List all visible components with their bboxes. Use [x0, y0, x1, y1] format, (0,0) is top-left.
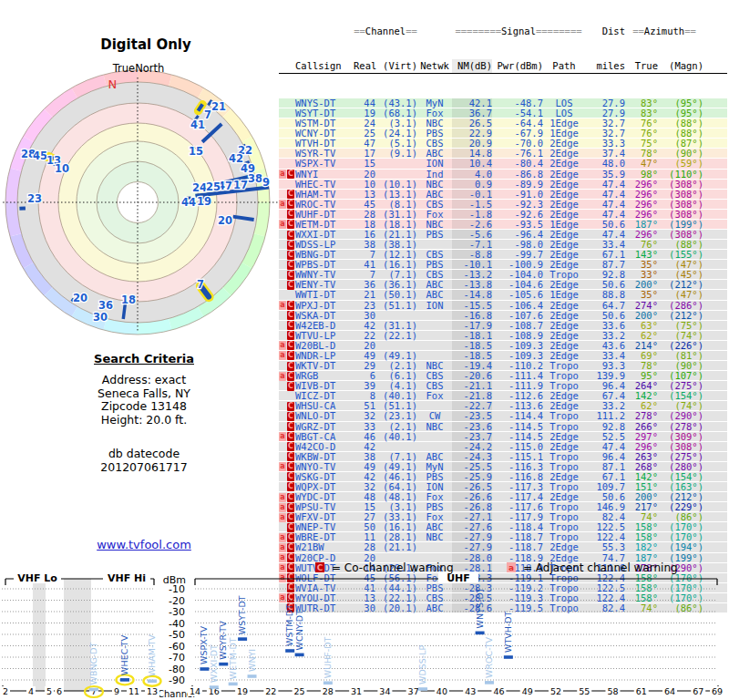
network-cell: CBS [417, 381, 452, 390]
path-cell: Tropo [543, 371, 585, 380]
network-cell [417, 311, 452, 320]
radar-channel-label: 21 [211, 100, 226, 113]
magnetic-azimuth-cell: (74°) [658, 401, 703, 410]
true-azimuth-cell: 268° [625, 462, 658, 471]
real-channel-cell: 17 [354, 149, 375, 158]
cochannel-warning-cell: C [286, 200, 295, 209]
magnetic-azimuth-cell: (75°) [658, 321, 703, 330]
network-cell: NBC [417, 422, 452, 431]
distance-cell: 47.4 [585, 210, 625, 219]
noise-margin-cell: -13.2 [452, 270, 492, 279]
path-cell: 2Edge [543, 331, 585, 340]
cochannel-warning-cell: C [286, 452, 295, 461]
true-azimuth-cell: 76° [625, 240, 658, 249]
true-azimuth-cell: 83° [625, 108, 658, 118]
noise-margin-cell: -23.6 [452, 422, 492, 431]
magnetic-azimuth-cell: (95°) [658, 98, 703, 108]
cochannel-warning-badge: C [287, 472, 294, 481]
radar-channel-label: 20 [73, 292, 87, 304]
callsign-cell: WROC-TV [295, 200, 354, 209]
real-channel-cell: 42 [354, 472, 375, 481]
true-azimuth-cell: 74° [625, 512, 658, 521]
magnetic-azimuth-cell: (308°) [658, 180, 703, 189]
adjacent-warning-badge: a [279, 462, 286, 471]
signal-bar-label: WROC-TV [484, 636, 494, 677]
virtual-channel-cell: (10.1) [375, 180, 417, 189]
search-zipcode: Zipcode 13148 [35, 400, 253, 414]
channel-tick-label: 13 [147, 686, 158, 696]
real-channel-cell: 36 [354, 280, 375, 289]
path-cell: Tropo [543, 522, 585, 531]
network-cell: ABC [417, 522, 452, 531]
adjacent-warning-badge: a [279, 533, 286, 542]
path-cell: 2Edge [543, 401, 585, 410]
cochannel-warning-badge: C [287, 452, 294, 461]
real-channel-cell: 15 [354, 159, 375, 168]
power-cell: -118.7 [492, 532, 543, 541]
tvfool-link[interactable]: www.tvfool.com [97, 538, 191, 551]
dbm-tick-label: -50 [169, 629, 185, 641]
real-channel-cell: 13 [354, 190, 375, 199]
channel-tick-label: 46 [493, 686, 504, 696]
cochannel-warning-cell [286, 290, 295, 299]
power-cell: -104.6 [492, 280, 543, 289]
real-channel-cell: 27 [354, 512, 375, 521]
radar-channel-label: 41 [190, 118, 205, 131]
true-azimuth-cell: 95° [625, 371, 658, 380]
table-row: CW42CO-D42-24.2-115.02Edge47.4296°(308°) [279, 442, 727, 452]
signal-bar [248, 674, 257, 678]
table-row: CWHAM-TV13(13.1)ABC-0.1-91.02Edge47.4296… [279, 190, 727, 200]
path-cell: 2Edge [543, 139, 585, 148]
radar-channel-label: 36 [98, 299, 113, 312]
signal-bar [148, 679, 157, 683]
cochannel-warning-badge: C [287, 341, 294, 350]
noise-margin-cell: -26.5 [452, 482, 492, 491]
distance-cell: 88.8 [585, 290, 625, 299]
power-cell: -76.1 [492, 149, 543, 158]
magnetic-north-letter: N [108, 77, 117, 91]
signal-bar-label: WNYI [247, 649, 257, 672]
table-row: aCWRGB6(6.1)CBS-20.6-111.4Tropo139.995°(… [279, 371, 727, 381]
true-azimuth-cell: 217° [625, 502, 658, 511]
distance-cell: 92.8 [585, 270, 625, 279]
magnetic-azimuth-cell: (88°) [658, 240, 703, 249]
virtual-channel-cell: (40.1) [375, 432, 417, 441]
true-azimuth-cell: 214° [625, 341, 658, 350]
magnetic-azimuth-cell: (107°) [658, 371, 703, 380]
distance-cell: 87.7 [585, 260, 625, 269]
cochannel-warning-cell [286, 159, 295, 168]
adjacent-warning-cell [279, 391, 286, 400]
dbm-tick-label: -90 [169, 674, 185, 686]
cochannel-warning-cell: C [286, 472, 295, 481]
virtual-channel-cell: (21.1) [375, 230, 417, 239]
distance-cell: 111.2 [585, 411, 625, 420]
adjacent-warning-cell: a [279, 512, 286, 521]
signal-bar-label: WTVH-DT [503, 611, 513, 653]
noise-margin-cell: 14.8 [452, 149, 492, 158]
virtual-channel-cell: (49.1) [375, 351, 417, 360]
adjacent-warning-cell [279, 118, 286, 128]
noise-margin-cell: 20.9 [452, 139, 492, 148]
table-row: aCWROC-TV45(8.1)CBS-1.5-92.32Edge47.4296… [279, 200, 727, 210]
table-row: WWTI-DT21(50.1)ABC-14.8-105.61Edge88.835… [279, 290, 727, 300]
cochannel-warning-cell: C [286, 371, 295, 380]
adjacent-warning-cell [279, 108, 286, 118]
path-cell: Tropo [543, 361, 585, 370]
real-channel-cell: 20 [354, 341, 375, 350]
distance-cell: 67.1 [585, 472, 625, 481]
distance-cell: 27.9 [585, 98, 625, 108]
true-azimuth-cell: 62° [625, 331, 658, 340]
azimuth-group-header: ==Azimuth== [625, 26, 703, 37]
cochannel-warning-badge: C [287, 422, 294, 431]
table-row: CWIVB-DT39(4.1)CBS-21.1-111.9Tropo96.426… [279, 381, 727, 391]
distance-cell: 67.4 [585, 391, 625, 400]
distance-cell: 33.2 [585, 401, 625, 410]
true-azimuth-cell: 278° [625, 411, 658, 420]
noise-margin-cell: -18.5 [452, 351, 492, 360]
power-cell: -116.3 [492, 462, 543, 471]
real-channel-cell: 23 [354, 301, 375, 310]
distance-cell: 96.4 [585, 381, 625, 390]
cochannel-legend-symbol: C [317, 563, 323, 572]
cochannel-warning-cell: C [286, 270, 295, 279]
signal-bar-label: WHEC-TV [119, 634, 129, 675]
